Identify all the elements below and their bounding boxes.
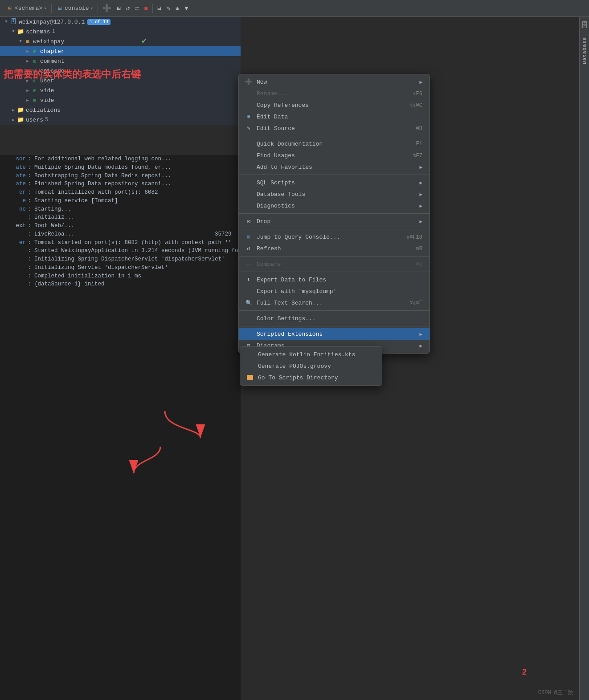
menu-jump-console[interactable]: ⊞ Jump to Query Console... ⇧⌘F10 xyxy=(239,231,429,243)
submenu-kotlin-entities[interactable]: Generate Kotlin Entities.kts xyxy=(240,349,382,360)
submenu-pojos[interactable]: Generate POJOs.groovy xyxy=(240,360,382,372)
filter-button[interactable]: ▼ xyxy=(182,0,191,16)
console-text-10: : LiveReloa... 35729 xyxy=(28,230,232,239)
menu-drop-label: Drop xyxy=(257,218,419,225)
tree-comment[interactable]: ▶ ⊞ comment xyxy=(0,56,241,66)
red-arrow-1 xyxy=(156,407,209,444)
console-text-5: : Tomcat initialized with port(s): 8082 xyxy=(28,188,158,197)
menu-color-settings[interactable]: Color Settings... xyxy=(239,313,429,324)
console-text-11: : Tomcat started on port(s): 8082 (http)… xyxy=(28,239,232,247)
tree-collations-label: collations xyxy=(26,107,61,114)
menu-sep-3 xyxy=(239,213,429,214)
tree-collations[interactable]: ▶ 📁 collations xyxy=(0,105,241,115)
console-line-9: ext : Root Web/... xyxy=(0,222,241,230)
menu-new-icon: ➕ xyxy=(244,78,253,85)
menu-fulltext[interactable]: 🔍 Full-Text Search... ⌥⇧⌘F xyxy=(239,297,429,309)
menu-sep-7 xyxy=(239,310,429,311)
menu-rename-label: Rename... xyxy=(257,90,404,97)
menu-compare[interactable]: ↔ Compare ⌘D xyxy=(239,258,429,270)
menu-sep-6 xyxy=(239,272,429,272)
menu-favorites[interactable]: Add to Favorites ▶ xyxy=(239,161,429,173)
tree-vide1[interactable]: ▶ ⊞ vide xyxy=(0,85,241,95)
menu-sep-1 xyxy=(239,136,429,136)
menu-sql-scripts-label: SQL Scripts xyxy=(257,179,419,186)
page-badge: 1 of 14 xyxy=(87,19,110,25)
menu-refresh[interactable]: ↺ Refresh ⌘R xyxy=(239,243,429,254)
menu-copy-refs-icon xyxy=(244,102,253,109)
tree-root[interactable]: ▼ 🗄 weixinpay@127.0.0.1 1 of 14 xyxy=(0,17,241,27)
arrow-svg-1 xyxy=(156,407,209,442)
stop-button[interactable]: ■ xyxy=(142,0,151,16)
menu-copy-refs-label: Copy References xyxy=(257,102,401,109)
console-label-3: ate xyxy=(4,172,26,180)
console-text-1: : For additional web related logging con… xyxy=(28,155,172,163)
menu-copy-refs-shortcut: ⌥⇧⌘C xyxy=(401,102,422,109)
add-button[interactable]: ➕ xyxy=(100,0,114,16)
console-text-4: : Finished Spring Data repository scanni… xyxy=(28,180,172,188)
menu-edit-source[interactable]: ✎ Edit Source ⌘B xyxy=(239,122,429,134)
menu-find-usages[interactable]: Find Usages ⌥F7 xyxy=(239,150,429,161)
menu-diagnostics[interactable]: Diagnostics ▶ xyxy=(239,200,429,212)
tree-expand-root: ▼ xyxy=(4,19,9,24)
schema-selector[interactable]: ⊞ <schema> ▾ xyxy=(4,0,49,16)
vide2-table-icon: ⊞ xyxy=(31,97,38,104)
menu-drop-arrow: ▶ xyxy=(419,219,422,224)
console-label-6: e xyxy=(4,197,26,205)
menu-new[interactable]: ➕ New ▶ xyxy=(239,76,429,88)
edit-data-button[interactable]: ⊟ xyxy=(155,0,164,16)
menu-db-tools[interactable]: Database Tools ▶ xyxy=(239,188,429,200)
users-count: 5 xyxy=(45,117,48,123)
menu-color-settings-label: Color Settings... xyxy=(257,315,422,322)
console-text-2: : Multiple Spring Data modules found, er… xyxy=(28,163,172,172)
schema-button2[interactable]: ⊞ xyxy=(173,0,182,16)
tree-schemas[interactable]: ▼ 📁 schemas 1 xyxy=(0,27,241,37)
grid-button[interactable]: ⊞ xyxy=(114,0,123,16)
right-sidebar: 🗄 Database xyxy=(579,17,589,700)
tree-vide2[interactable]: ▶ ⊞ vide xyxy=(0,95,241,105)
menu-refresh-shortcut: ⌘R xyxy=(407,245,422,252)
console-line-16: : {dataSource-1} inited xyxy=(0,280,241,289)
sync-button[interactable]: ⇄ xyxy=(132,0,141,16)
menu-quick-doc[interactable]: Quick Documentation F1 xyxy=(239,138,429,150)
menu-diagrams-arrow: ▶ xyxy=(419,343,422,349)
menu-edit-data[interactable]: ⊞ Edit Data xyxy=(239,111,429,122)
menu-compare-icon: ↔ xyxy=(244,260,253,268)
edit-data-icon: ⊟ xyxy=(157,4,161,12)
menu-sql-scripts[interactable]: SQL Scripts ▶ xyxy=(239,177,429,188)
tree-users-label: users xyxy=(26,117,43,123)
menu-mysqldump[interactable]: Export with 'mysqldump' xyxy=(239,285,429,297)
menu-scripted-extensions[interactable]: Scripted Extensions ▶ xyxy=(239,328,429,340)
tree-expand-weixinpay: ▼ xyxy=(18,39,23,44)
tree-users[interactable]: ▶ 📁 users 5 xyxy=(0,115,241,125)
tree-chapter[interactable]: ▶ ⊞ chapter xyxy=(0,46,241,56)
edit-source-button[interactable]: ✎ xyxy=(164,0,172,16)
menu-copy-refs[interactable]: Copy References ⌥⇧⌘C xyxy=(239,99,429,111)
console-label-11: er xyxy=(4,239,26,247)
menu-diagnostics-arrow: ▶ xyxy=(419,203,422,209)
menu-new-arrow: ▶ xyxy=(419,79,422,85)
toolbar-sep-1 xyxy=(51,4,52,13)
menu-rename-icon xyxy=(244,90,253,97)
menu-drop[interactable]: ⊠ Drop ▶ xyxy=(239,216,429,227)
menu-favorites-arrow: ▶ xyxy=(419,164,422,170)
menu-find-usages-icon xyxy=(244,152,253,159)
console-line-12: : Started WeixinpayApplication in 3.214 … xyxy=(0,247,241,255)
console-selector[interactable]: ⊞ console ▾ xyxy=(53,0,96,16)
tree-comment-label: comment xyxy=(40,58,65,65)
menu-diagnostics-icon xyxy=(244,202,253,209)
menu-sep-2 xyxy=(239,175,429,175)
submenu-go-to-scripts[interactable]: Go To Scripts Directory xyxy=(240,372,382,383)
submenu-pojos-label: Generate POJOs.groovy xyxy=(258,363,375,370)
menu-rename[interactable]: Rename... ⇧F6 xyxy=(239,88,429,99)
edit-source-icon: ✎ xyxy=(166,4,170,12)
menu-color-settings-icon xyxy=(244,315,253,322)
console-line-8: : Initializ... xyxy=(0,213,241,222)
menu-edit-source-icon: ✎ xyxy=(244,125,253,132)
menu-export-data[interactable]: ⬇ Export Data to Files xyxy=(239,274,429,285)
tree-expand-collations: ▶ xyxy=(11,107,16,113)
tree-chapter-label: chapter xyxy=(40,48,65,55)
refresh-button[interactable]: ↺ xyxy=(123,0,132,16)
users-folder-icon: 📁 xyxy=(17,116,24,123)
tree-weixinpay[interactable]: ▼ ⊞ weixinpay xyxy=(0,37,241,46)
submenu-folder-icon xyxy=(245,374,254,381)
